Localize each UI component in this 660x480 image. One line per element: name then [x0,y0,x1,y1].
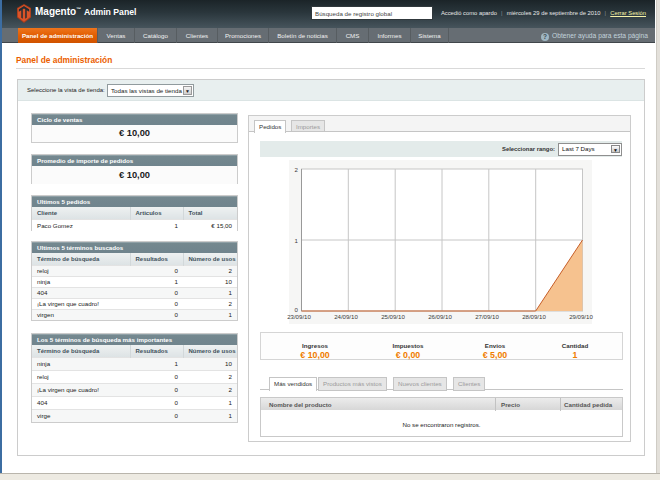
svg-text:24/09/10: 24/09/10 [334,313,358,320]
svg-text:28/09/10: 28/09/10 [522,313,546,320]
svg-text:27/09/10: 27/09/10 [475,313,499,320]
svg-text:23/09/10: 23/09/10 [287,313,311,320]
svg-text:26/09/10: 26/09/10 [428,313,452,320]
svg-text:25/09/10: 25/09/10 [381,313,405,320]
svg-text:29/09/10: 29/09/10 [569,313,593,320]
